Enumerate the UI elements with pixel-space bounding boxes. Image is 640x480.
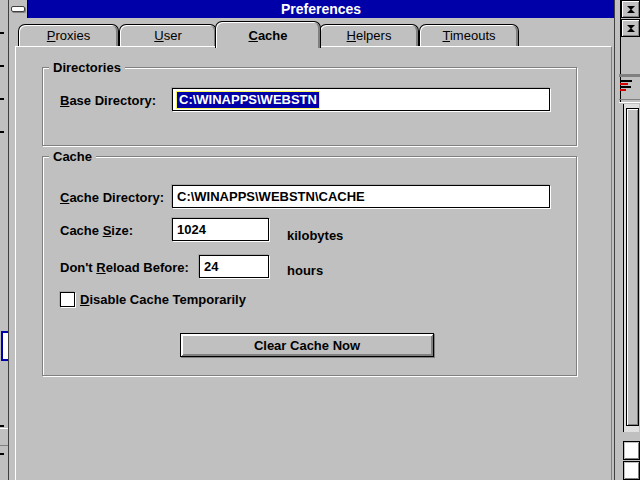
tab-helpers[interactable]: Helpers: [319, 24, 419, 46]
dont-reload-label: Don't Reload Before:: [60, 260, 189, 275]
scrollbar-button[interactable]: [623, 441, 640, 460]
background-window-left-strip: [0, 0, 8, 480]
cache-group-title: Cache: [49, 149, 96, 164]
tab-label: Timeouts: [443, 28, 496, 43]
tab-proxies[interactable]: Proxies: [18, 24, 119, 46]
title-bar[interactable]: Preferences: [9, 0, 614, 18]
ruler-tick: [0, 425, 4, 427]
background-window-right-strip: [615, 0, 640, 480]
restore-icon: [627, 29, 635, 44]
disable-cache-checkbox[interactable]: [60, 292, 75, 307]
cache-directory-label: Cache Directory:: [60, 190, 164, 205]
tab-cache[interactable]: Cache: [215, 21, 321, 48]
toolbar-icon-fragment: [620, 80, 636, 92]
base-directory-input[interactable]: C:\WINAPPS\WEBSTN: [172, 88, 550, 111]
tab-label: Proxies: [47, 28, 90, 43]
tab-label: Helpers: [347, 28, 392, 43]
ruler-tick: [0, 453, 4, 455]
ruler-tick: [0, 131, 4, 133]
system-menu-button[interactable]: [9, 0, 28, 18]
preferences-dialog: Preferences Proxies User Cache Helpers T…: [8, 0, 615, 480]
document-restore-button[interactable]: [621, 19, 640, 37]
vertical-scrollbar[interactable]: [623, 104, 639, 432]
background-raised-fragment: [0, 428, 8, 446]
reload-unit-label: hours: [287, 263, 323, 278]
ruler-tick: [0, 98, 4, 100]
ruler-tick: [0, 32, 4, 34]
tab-timeouts[interactable]: Timeouts: [419, 24, 519, 46]
clear-cache-now-label: Clear Cache Now: [254, 338, 360, 353]
cache-size-input[interactable]: [172, 218, 269, 241]
system-menu-icon: [11, 6, 25, 12]
selected-text: C:\WINAPPS\WEBSTN: [177, 92, 319, 108]
scrollbar-button[interactable]: [623, 461, 640, 480]
ruler-tick: [0, 65, 4, 67]
clear-cache-now-button[interactable]: Clear Cache Now: [180, 333, 434, 357]
cache-directory-input[interactable]: [172, 185, 550, 208]
cache-tab-page: Directories Base Directory: C:\WINAPPS\W…: [15, 46, 612, 480]
cache-size-unit-label: kilobytes: [287, 228, 343, 243]
window-title: Preferences: [28, 1, 614, 17]
tab-label: Cache: [248, 28, 287, 43]
tab-user[interactable]: User: [119, 24, 217, 46]
tab-label: User: [154, 28, 181, 43]
disable-cache-label[interactable]: Disable Cache Temporarily: [80, 292, 246, 307]
directories-group-title: Directories: [49, 60, 125, 75]
toolbar-edge-fragment: [619, 74, 640, 77]
cache-size-label: Cache Size:: [60, 223, 133, 238]
scrollbar-thumb[interactable]: [626, 108, 639, 426]
dont-reload-input[interactable]: [199, 255, 269, 278]
toolbar-divider: [619, 99, 640, 103]
base-directory-label: Base Directory:: [60, 93, 156, 108]
